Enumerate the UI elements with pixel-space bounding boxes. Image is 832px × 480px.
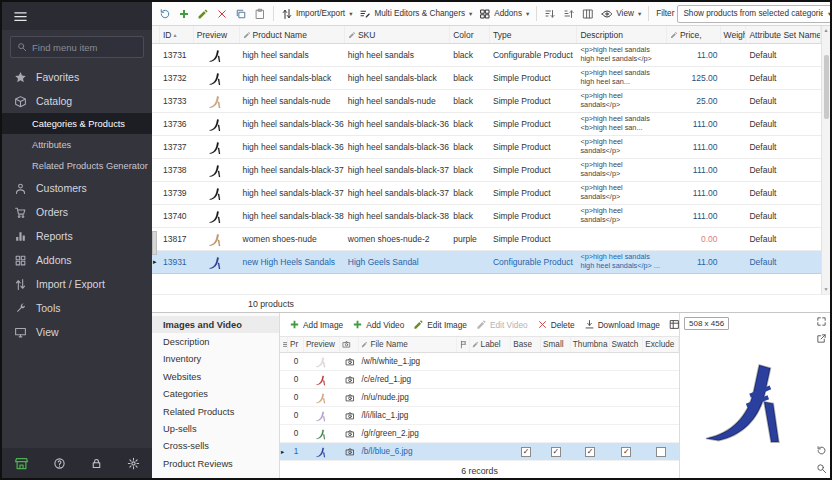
open-in-window-icon[interactable] (816, 333, 827, 344)
sidebar-item-customers[interactable]: Customers (2, 176, 152, 200)
product-row[interactable]: 13736high heel sandals-black-36high heel… (152, 113, 821, 136)
product-row[interactable]: 13731high heel sandalshigh heel sandalsb… (152, 44, 821, 67)
col-attribute-set-name[interactable]: Attribute Set Name (746, 26, 821, 43)
image-row[interactable]: ▸1/b/l/blue_6.jpg✓✓✓✓ (280, 443, 679, 461)
col-weight[interactable]: Weight (721, 26, 747, 43)
sidebar-item-addons[interactable]: Addons (2, 248, 152, 272)
delete-button[interactable]: Delete (534, 317, 578, 332)
product-row[interactable]: 13733high heel sandals-nudehigh heel san… (152, 90, 821, 113)
set-resize-rule-menu[interactable]: Set Resize Rule▾ (666, 317, 679, 332)
tab-up-sells[interactable]: Up-sells (152, 420, 279, 437)
tab-cross-sells[interactable]: Cross-sells (152, 438, 279, 455)
sidebar-item-categories-products[interactable]: Categories & Products (2, 113, 152, 134)
copy-button[interactable] (232, 6, 250, 22)
product-row[interactable]: 13732high heel sandals-blackhigh heel sa… (152, 67, 821, 90)
gear-icon[interactable] (127, 457, 140, 470)
base-checkbox[interactable]: ✓ (521, 447, 531, 457)
add-video-button[interactable]: Add Video (349, 317, 407, 332)
col-id[interactable]: ID▴ (160, 26, 194, 43)
addons-menu[interactable]: Addons▾ (476, 6, 532, 22)
scrollbar-thumb[interactable] (824, 55, 829, 119)
sidebar-item-catalog[interactable]: Catalog (2, 89, 152, 113)
tab-product-reviews[interactable]: Product Reviews (152, 455, 279, 472)
sidebar-item-reports[interactable]: Reports (2, 224, 152, 248)
img-col-thumbnail[interactable]: Thumbna (571, 337, 610, 352)
scroll-down-arrow[interactable]: ▼ (824, 285, 829, 294)
img-col-small[interactable]: Small (541, 337, 571, 352)
edit-video-button[interactable]: Edit Video (473, 317, 531, 332)
image-row[interactable]: 0/w/h/white_1.jpg (280, 353, 679, 371)
col-color[interactable]: Color (450, 26, 490, 43)
menu-icon[interactable] (13, 9, 28, 24)
tab-description[interactable]: Description (152, 333, 279, 350)
tab-websites[interactable]: Websites (152, 368, 279, 385)
import-export-menu[interactable]: Import/Export▾ (278, 6, 355, 22)
col-product-name[interactable]: Product Name (240, 26, 345, 43)
refresh-button[interactable] (156, 6, 174, 22)
product-row[interactable]: 13738high heel sandals-black-37high heel… (152, 159, 821, 182)
sidebar-item-favorites[interactable]: Favorites (2, 65, 152, 89)
help-icon[interactable] (53, 457, 66, 470)
product-row[interactable]: 13737high heel sandals-black-36high heel… (152, 136, 821, 159)
sidebar-item-view[interactable]: View (2, 320, 152, 344)
image-row[interactable]: 0/l/i/lilac_1.jpg (280, 407, 679, 425)
img-col-swatch[interactable]: Swatch (610, 337, 644, 352)
image-row[interactable]: 0/c/e/red_1.jpg (280, 371, 679, 389)
scroll-up-arrow[interactable]: ▲ (824, 26, 829, 35)
col-description[interactable]: Description (577, 26, 666, 43)
columns-button[interactable] (579, 6, 597, 22)
swatch-checkbox[interactable]: ✓ (621, 447, 631, 457)
img-col-file-name[interactable]: File Name (359, 337, 456, 352)
product-row[interactable]: 13739high heel sandals-black-37high heel… (152, 182, 821, 205)
zoom-icon[interactable] (816, 463, 827, 474)
sort-descending-button[interactable] (560, 6, 578, 22)
view-menu[interactable]: View▾ (598, 6, 644, 22)
img-col-label[interactable]: Label (470, 337, 512, 352)
sidebar-item-attributes[interactable]: Attributes (2, 134, 152, 155)
sidebar-item-orders[interactable]: Orders (2, 200, 152, 224)
download-image-button[interactable]: Download Image (581, 317, 663, 332)
product-row[interactable]: 13740high heel sandals-black-38high heel… (152, 205, 821, 228)
tab-images-and-video[interactable]: Images and Video (152, 316, 279, 333)
thumbnail-checkbox[interactable]: ✓ (585, 447, 595, 457)
fullscreen-icon[interactable] (816, 316, 827, 327)
splitter-handle[interactable] (152, 231, 157, 255)
col-sku[interactable]: SKU (345, 26, 450, 43)
sidebar-item-tools[interactable]: Tools (2, 296, 152, 320)
image-preview-panel: 508 x 456 (680, 313, 830, 478)
menu-search-input[interactable] (32, 42, 137, 53)
col-preview[interactable]: Preview (194, 26, 240, 43)
category-filter-select[interactable]: Show products from selected categories▾ (677, 5, 830, 23)
img-cell-position: 0 (288, 353, 304, 370)
img-col-base[interactable]: Base (511, 337, 541, 352)
product-row[interactable]: 13817women shoes-nudewomen shoes-nude-2p… (152, 228, 821, 251)
img-col-position[interactable]: Pr (288, 337, 304, 352)
product-row[interactable]: ▸13931new High Heels SandalsHigh Geels S… (152, 251, 821, 274)
lock-icon[interactable] (90, 457, 103, 470)
col-price[interactable]: Price, (667, 26, 721, 43)
paste-button[interactable] (251, 6, 269, 22)
tab-inventory[interactable]: Inventory (152, 351, 279, 368)
add-product-button[interactable] (175, 6, 193, 22)
reload-image-icon[interactable] (816, 445, 827, 456)
sidebar-item-related-products-generator[interactable]: Related Products Generator (2, 155, 152, 176)
image-row[interactable]: 0/g/r/green_2.jpg (280, 425, 679, 443)
sidebar-item-import-export[interactable]: Import / Export (2, 272, 152, 296)
tab-categories[interactable]: Categories (152, 386, 279, 403)
store-icon[interactable] (14, 456, 29, 471)
exclude-checkbox[interactable] (656, 447, 666, 457)
add-image-button[interactable]: Add Image (286, 317, 346, 332)
tab-related-products[interactable]: Related Products (152, 403, 279, 420)
img-col-preview[interactable]: Preview (304, 337, 340, 352)
sidebar-search[interactable] (10, 36, 144, 58)
multi-editors-changers-menu[interactable]: Multi Editors & Changers▾ (356, 6, 475, 22)
img-col-exclude[interactable]: Exclude (643, 337, 679, 352)
edit-product-button[interactable] (194, 6, 212, 22)
vertical-scrollbar[interactable]: ▲ ▼ (821, 26, 830, 294)
image-row[interactable]: 0/n/u/nude.jpg (280, 389, 679, 407)
delete-product-button[interactable] (213, 6, 231, 22)
col-type[interactable]: Type (490, 26, 577, 43)
small-checkbox[interactable]: ✓ (551, 447, 561, 457)
edit-image-button[interactable]: Edit Image (410, 317, 470, 332)
sort-ascending-button[interactable] (541, 6, 559, 22)
